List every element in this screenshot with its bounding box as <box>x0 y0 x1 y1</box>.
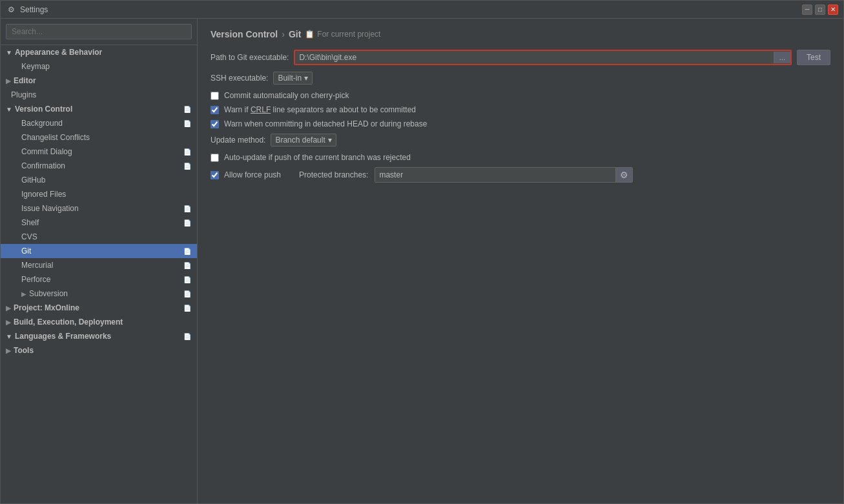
page-icon: 📄 <box>183 289 192 298</box>
window-controls: ─ □ ✕ <box>802 5 838 15</box>
close-button[interactable]: ✕ <box>828 5 838 15</box>
update-method-label: Update method: <box>211 136 265 145</box>
sidebar-item-version-control[interactable]: ▼ Version Control 📄 <box>1 102 197 116</box>
detached-label: Warn when committing in detached HEAD or… <box>224 119 427 128</box>
chevron-down-icon: ▾ <box>304 74 308 83</box>
ssh-select[interactable]: Built-in ▾ <box>273 72 313 85</box>
arrow-icon: ▼ <box>6 49 12 56</box>
detached-checkbox[interactable] <box>211 120 219 128</box>
sidebar-item-label: Commit Dialog <box>21 147 72 156</box>
sidebar-item-label: Issue Navigation <box>21 204 79 213</box>
sidebar-item-mercurial[interactable]: Mercurial 📄 <box>1 258 197 272</box>
sidebar-item-label: CVS <box>21 232 37 241</box>
sidebar-item-background[interactable]: Background 📄 <box>1 116 197 130</box>
sidebar-item-changelist-conflicts[interactable]: Changelist Conflicts <box>1 130 197 145</box>
sidebar-item-tools[interactable]: ▶ Tools <box>1 343 197 358</box>
sidebar-item-label: Subversion <box>29 289 68 298</box>
for-project: 📋 For current project <box>305 30 380 39</box>
arrow-icon: ▶ <box>21 290 26 297</box>
sidebar-item-git[interactable]: Git 📄 <box>1 244 197 258</box>
project-icon: 📋 <box>305 30 314 39</box>
cherry-pick-row: Commit automatically on cherry-pick <box>211 91 830 100</box>
protected-branches-edit-button[interactable]: ⚙ <box>615 168 632 182</box>
git-path-input[interactable] <box>295 51 773 64</box>
test-button[interactable]: Test <box>797 50 830 65</box>
auto-update-checkbox[interactable] <box>211 154 219 162</box>
sidebar-item-label: Project: MxOnline <box>14 303 79 312</box>
ssh-label: SSH executable: <box>211 74 268 83</box>
sidebar-item-label: Version Control <box>15 105 72 114</box>
ssh-row: SSH executable: Built-in ▾ <box>211 72 830 85</box>
sidebar-item-cvs[interactable]: CVS <box>1 230 197 244</box>
arrow-icon: ▼ <box>6 106 12 113</box>
force-push-checkbox[interactable] <box>211 171 219 179</box>
cherry-pick-checkbox[interactable] <box>211 92 219 100</box>
page-icon: 📄 <box>183 204 192 213</box>
sidebar-item-label: Ignored Files <box>21 190 66 199</box>
sidebar-item-editor[interactable]: ▶ Editor <box>1 74 197 88</box>
sidebar-item-confirmation[interactable]: Confirmation 📄 <box>1 159 197 173</box>
sidebar: ▼ Appearance & Behavior Keymap ▶ Editor … <box>1 19 198 503</box>
sidebar-item-subversion[interactable]: ▶ Subversion 📄 <box>1 287 197 301</box>
breadcrumb-separator: › <box>282 29 285 39</box>
sidebar-item-label: Plugins <box>11 90 36 99</box>
edit-icon: ⚙ <box>620 170 628 180</box>
sidebar-item-label: Shelf <box>21 218 39 227</box>
content-area: ▼ Appearance & Behavior Keymap ▶ Editor … <box>1 19 843 503</box>
crlf-label: Warn if CRLF line separators are about t… <box>224 105 416 114</box>
minimize-button[interactable]: ─ <box>802 5 812 15</box>
chevron-down-icon: ▾ <box>328 136 332 145</box>
breadcrumb-part1: Version Control <box>211 29 278 39</box>
search-input[interactable] <box>6 24 192 39</box>
sidebar-item-label: Editor <box>14 76 36 85</box>
page-icon: 📄 <box>183 275 192 284</box>
sidebar-item-label: Git <box>21 247 31 256</box>
arrow-icon: ▶ <box>6 305 11 312</box>
ssh-value: Built-in <box>278 74 302 83</box>
git-path-row: Path to Git executable: ... Test <box>211 50 830 65</box>
cherry-pick-label: Commit automatically on cherry-pick <box>224 91 349 100</box>
crlf-underline: CRLF <box>251 105 271 114</box>
search-box <box>1 19 197 45</box>
sidebar-item-project[interactable]: ▶ Project: MxOnline 📄 <box>1 301 197 315</box>
main-panel: Version Control › Git 📋 For current proj… <box>198 19 843 503</box>
sidebar-item-label: Mercurial <box>21 261 53 270</box>
force-push-label: Allow force push <box>224 170 281 179</box>
sidebar-item-keymap[interactable]: Keymap <box>1 59 197 74</box>
sidebar-item-languages[interactable]: ▼ Languages & Frameworks 📄 <box>1 329 197 343</box>
sidebar-item-perforce[interactable]: Perforce 📄 <box>1 272 197 287</box>
panel-header: Version Control › Git 📋 For current proj… <box>211 29 830 39</box>
settings-window: ⚙ Settings ─ □ ✕ ▼ Appearance & Behavior… <box>0 0 844 504</box>
sidebar-item-issue-navigation[interactable]: Issue Navigation 📄 <box>1 201 197 216</box>
sidebar-item-shelf[interactable]: Shelf 📄 <box>1 216 197 230</box>
crlf-suffix: line separators are about to be committe… <box>271 105 416 114</box>
sidebar-item-build[interactable]: ▶ Build, Execution, Deployment <box>1 315 197 329</box>
sidebar-item-github[interactable]: GitHub <box>1 173 197 187</box>
sidebar-item-commit-dialog[interactable]: Commit Dialog 📄 <box>1 145 197 159</box>
arrow-icon: ▶ <box>6 347 11 354</box>
browse-button[interactable]: ... <box>774 52 790 63</box>
sidebar-item-ignored-files[interactable]: Ignored Files <box>1 187 197 201</box>
breadcrumb-part2: Git <box>289 29 301 39</box>
sidebar-item-label: Build, Execution, Deployment <box>14 318 123 327</box>
protected-branches-input[interactable] <box>375 168 615 181</box>
protected-branches-container: Protected branches: ⚙ <box>299 167 633 183</box>
page-icon: 📄 <box>183 247 192 256</box>
arrow-icon: ▶ <box>6 319 11 326</box>
arrow-icon: ▼ <box>6 333 12 340</box>
page-icon: 📄 <box>183 261 192 270</box>
sidebar-item-appearance[interactable]: ▼ Appearance & Behavior <box>1 45 197 59</box>
crlf-row: Warn if CRLF line separators are about t… <box>211 105 830 114</box>
force-push-row: Allow force push Protected branches: ⚙ <box>211 167 830 183</box>
maximize-button[interactable]: □ <box>815 5 825 15</box>
auto-update-label: Auto-update if push of the current branc… <box>224 153 411 162</box>
git-path-label: Path to Git executable: <box>211 53 289 62</box>
crlf-checkbox[interactable] <box>211 106 219 114</box>
page-icon: 📄 <box>183 332 192 341</box>
arrow-icon: ▶ <box>6 77 11 85</box>
sidebar-item-label: GitHub <box>21 176 45 185</box>
update-method-select[interactable]: Branch default ▾ <box>271 134 336 146</box>
detached-head-row: Warn when committing in detached HEAD or… <box>211 119 830 128</box>
sidebar-item-plugins[interactable]: Plugins <box>1 88 197 102</box>
page-icon: 📄 <box>183 218 192 227</box>
